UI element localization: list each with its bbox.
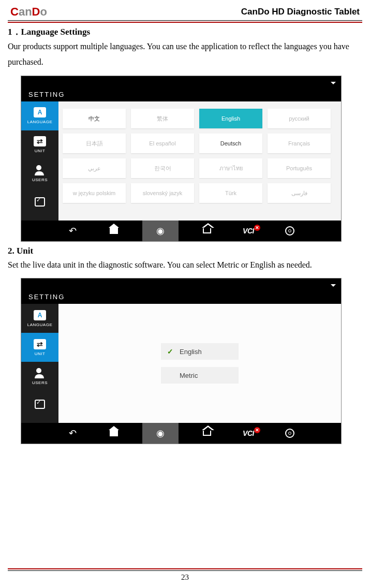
sidebar-item-language[interactable]: LANGUAGE bbox=[21, 304, 58, 333]
language-tile[interactable]: فارسی bbox=[268, 183, 331, 203]
language-tile[interactable]: عربي bbox=[63, 158, 126, 178]
home-outline-icon bbox=[203, 431, 211, 436]
settings-sidebar: LANGUAGE UNIT USERS bbox=[21, 101, 58, 220]
users-icon bbox=[34, 165, 46, 175]
page-header: CanDo CanDo HD Diagnostic Tablet bbox=[8, 5, 362, 20]
bottom-toolbar: ↶ ◉ VCI bbox=[21, 220, 341, 241]
camera-button[interactable]: ◉ bbox=[142, 423, 179, 444]
language-tile[interactable]: русский bbox=[268, 109, 331, 128]
sidebar-label-language: LANGUAGE bbox=[27, 322, 52, 327]
header-rule-inner bbox=[8, 22, 362, 23]
page-footer: 23 bbox=[8, 568, 362, 582]
language-grid: 中文繁体Englishрусский日本語El españolDeutschFr… bbox=[58, 101, 341, 220]
data-icon bbox=[35, 197, 45, 207]
sidebar-item-data[interactable] bbox=[21, 391, 58, 420]
language-icon bbox=[34, 310, 46, 320]
screen-title: SETTING bbox=[21, 290, 341, 304]
sidebar-label-unit: UNIT bbox=[35, 351, 46, 356]
language-icon bbox=[34, 107, 46, 117]
gear-icon bbox=[285, 226, 294, 236]
home-solid-button[interactable] bbox=[101, 423, 127, 444]
language-tile[interactable]: 한국어 bbox=[131, 158, 194, 178]
sidebar-item-language[interactable]: LANGUAGE bbox=[21, 101, 58, 130]
cando-logo: CanDo bbox=[10, 5, 47, 19]
gear-icon bbox=[285, 429, 294, 438]
unit-options-area: ✓ English Metric bbox=[58, 304, 341, 423]
section1-heading: 1．Language Settings bbox=[8, 26, 362, 38]
home-outline-icon bbox=[203, 228, 211, 233]
unit-icon bbox=[34, 339, 46, 349]
sidebar-label-users: USERS bbox=[32, 178, 48, 182]
status-bar bbox=[21, 278, 341, 290]
data-icon bbox=[35, 400, 45, 409]
language-tile[interactable]: w języku polskim bbox=[63, 183, 126, 203]
language-tile[interactable]: Português bbox=[268, 158, 331, 178]
sidebar-item-users[interactable]: USERS bbox=[21, 362, 58, 391]
language-tile[interactable]: Français bbox=[268, 134, 331, 153]
settings-sidebar: LANGUAGE UNIT USERS bbox=[21, 304, 58, 423]
unit-option-english[interactable]: ✓ English bbox=[161, 343, 239, 360]
language-tile[interactable]: 中文 bbox=[63, 109, 126, 128]
screen-title: SETTING bbox=[21, 87, 341, 101]
language-tile[interactable]: 日本語 bbox=[63, 134, 126, 153]
sidebar-label-language: LANGUAGE bbox=[27, 120, 52, 124]
unit-label-english: English bbox=[180, 348, 202, 356]
sidebar-label-unit: UNIT bbox=[35, 149, 46, 153]
vci-status-button[interactable]: VCI bbox=[235, 423, 261, 444]
check-icon: ✓ bbox=[167, 347, 174, 356]
unit-option-metric[interactable]: Metric bbox=[161, 367, 239, 384]
back-button[interactable]: ↶ bbox=[60, 220, 85, 241]
section2-heading: 2. Unit bbox=[8, 246, 362, 256]
unit-label-metric: Metric bbox=[180, 372, 198, 379]
section1-text: Our products support multiple languages.… bbox=[8, 39, 362, 70]
bottom-toolbar: ↶ ◉ VCI bbox=[21, 423, 341, 444]
users-icon bbox=[34, 368, 46, 378]
language-tile[interactable]: slovenský jazyk bbox=[131, 183, 194, 203]
home-outline-button[interactable] bbox=[194, 423, 220, 444]
language-tile[interactable]: English bbox=[199, 109, 262, 128]
sidebar-item-users[interactable]: USERS bbox=[21, 159, 58, 188]
section2-text: Set the live data unit in the diagnostic… bbox=[8, 257, 362, 273]
language-tile[interactable]: El español bbox=[131, 134, 194, 153]
home-outline-button[interactable] bbox=[194, 220, 220, 241]
settings-button[interactable] bbox=[277, 220, 303, 241]
language-tile[interactable]: Türk bbox=[199, 183, 262, 203]
home-solid-icon bbox=[110, 228, 118, 234]
settings-button[interactable] bbox=[277, 423, 303, 444]
unit-icon bbox=[34, 136, 46, 146]
screenshot-language-settings: SETTING LANGUAGE UNIT USERS 中 bbox=[21, 76, 342, 242]
vci-status-button[interactable]: VCI bbox=[235, 220, 261, 241]
header-rule-outer bbox=[8, 20, 362, 21]
back-button[interactable]: ↶ bbox=[60, 423, 85, 444]
sidebar-item-unit[interactable]: UNIT bbox=[21, 130, 58, 159]
sidebar-label-users: USERS bbox=[32, 380, 48, 385]
footer-rule-red bbox=[8, 568, 362, 569]
sidebar-item-unit[interactable]: UNIT bbox=[21, 333, 58, 362]
status-bar bbox=[21, 76, 341, 87]
language-tile[interactable]: Deutsch bbox=[199, 134, 262, 153]
page-number: 23 bbox=[8, 573, 362, 582]
language-tile[interactable]: ภาษาไทย bbox=[199, 158, 262, 178]
vci-label: VCI bbox=[243, 429, 254, 437]
screenshot-unit-settings: SETTING LANGUAGE UNIT USERS bbox=[21, 278, 342, 444]
sidebar-item-data[interactable] bbox=[21, 188, 58, 217]
home-solid-button[interactable] bbox=[101, 220, 127, 241]
vci-label: VCI bbox=[243, 227, 254, 235]
language-tile[interactable]: 繁体 bbox=[131, 109, 194, 128]
footer-rule-black bbox=[8, 570, 362, 571]
document-title: CanDo HD Diagnostic Tablet bbox=[241, 7, 360, 17]
camera-button[interactable]: ◉ bbox=[142, 220, 179, 241]
home-solid-icon bbox=[110, 430, 118, 436]
